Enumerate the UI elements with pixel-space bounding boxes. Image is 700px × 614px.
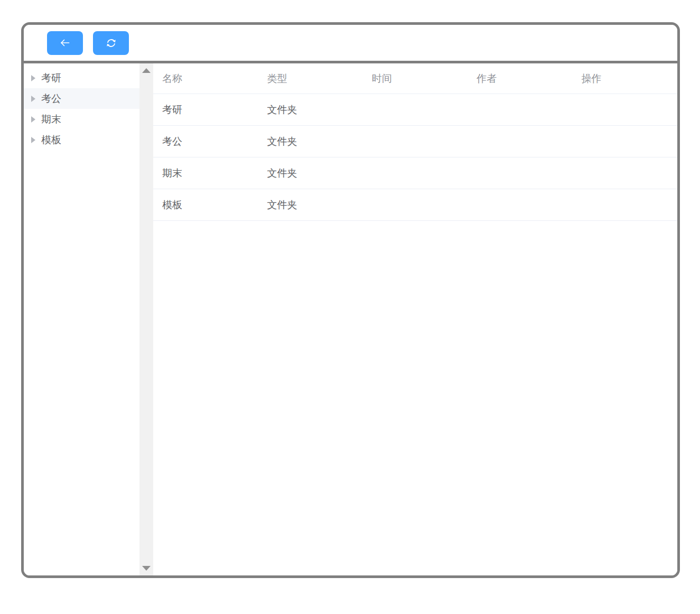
- cell-action: [573, 189, 677, 221]
- cell-author: [468, 189, 572, 221]
- tree-item-4[interactable]: 模板: [24, 129, 139, 150]
- tree-item-label: 考研: [41, 71, 61, 85]
- column-header-author: 作者: [468, 63, 572, 94]
- file-manager-window: 考研 考公 期末 模板: [21, 22, 680, 578]
- cell-author: [468, 157, 572, 189]
- toolbar: [24, 25, 677, 63]
- cell-time: [363, 126, 468, 157]
- cell-author: [468, 94, 572, 126]
- caret-right-icon[interactable]: [31, 116, 35, 123]
- caret-right-icon[interactable]: [31, 96, 35, 102]
- tree-item-3[interactable]: 期末: [24, 109, 139, 129]
- cell-action: [573, 157, 677, 189]
- tree-item-2[interactable]: 考公: [24, 88, 139, 109]
- table-row-3[interactable]: 期末 文件夹: [153, 157, 677, 189]
- cell-type: 文件夹: [258, 94, 362, 126]
- refresh-icon: [105, 37, 117, 49]
- content-area: 考研 考公 期末 模板: [24, 63, 677, 575]
- folder-tree: 考研 考公 期末 模板: [24, 63, 139, 575]
- caret-right-icon[interactable]: [31, 137, 35, 143]
- table-row-2[interactable]: 考公 文件夹: [153, 126, 677, 157]
- refresh-button[interactable]: [93, 31, 129, 55]
- tree-item-label: 模板: [41, 133, 61, 147]
- cell-name: 考研: [153, 94, 258, 126]
- caret-right-icon[interactable]: [31, 75, 35, 81]
- cell-author: [468, 126, 572, 157]
- cell-name: 期末: [153, 157, 258, 189]
- column-header-time: 时间: [363, 63, 468, 94]
- cell-time: [363, 157, 468, 189]
- tree-item-label: 期末: [41, 113, 61, 126]
- cell-type: 文件夹: [258, 126, 362, 157]
- tree-item-label: 考公: [41, 92, 61, 106]
- sidebar-scrollbar[interactable]: [139, 63, 153, 575]
- arrow-left-icon: [59, 36, 71, 49]
- triangle-up-icon[interactable]: [142, 68, 151, 73]
- cell-name: 考公: [153, 126, 258, 157]
- tree-item-1[interactable]: 考研: [24, 68, 139, 88]
- cell-type: 文件夹: [258, 157, 362, 189]
- file-table: 名称 类型 时间 作者 操作 考研 文件夹: [153, 63, 677, 221]
- column-header-type: 类型: [258, 63, 362, 94]
- column-header-action: 操作: [573, 63, 677, 94]
- cell-name: 模板: [153, 189, 258, 221]
- cell-action: [573, 94, 677, 126]
- back-button[interactable]: [47, 31, 83, 55]
- file-list-panel: 名称 类型 时间 作者 操作 考研 文件夹: [153, 63, 677, 575]
- column-header-name: 名称: [153, 63, 258, 94]
- cell-type: 文件夹: [258, 189, 362, 221]
- cell-time: [363, 189, 468, 221]
- table-row-4[interactable]: 模板 文件夹: [153, 189, 677, 221]
- cell-time: [363, 94, 468, 126]
- table-header-row: 名称 类型 时间 作者 操作: [153, 63, 677, 94]
- cell-action: [573, 126, 677, 157]
- table-row-1[interactable]: 考研 文件夹: [153, 94, 677, 126]
- triangle-down-icon[interactable]: [142, 566, 151, 571]
